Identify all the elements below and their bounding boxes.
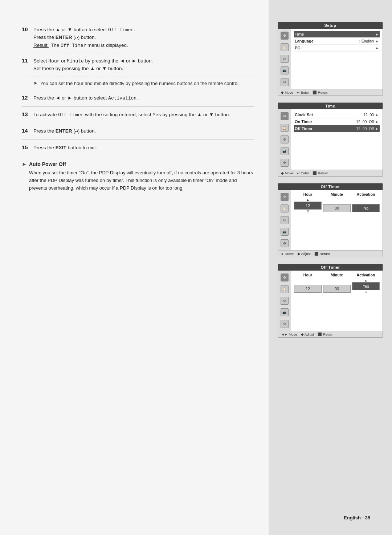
sidebar-icon-3: ⊙ <box>281 55 289 63</box>
time-panel: Time ⚙ 📋 ⊙ 📷 ⚙ Clock Set 12: 00 ► <box>278 102 383 177</box>
sidebar-icon-2: 📋 <box>281 43 289 51</box>
off-timer-2-header: Hour Minute Activation <box>294 273 380 277</box>
auto-power-section: ➤ Auto Power Off When you set the timer … <box>22 156 254 192</box>
ot2-activation-col: ▲ Yes ▽ <box>352 279 380 294</box>
off-timer-1-footer: ► Move ◆ Adjust ⬛ Return <box>278 250 383 257</box>
setup-row-language: Language : English ► <box>294 38 380 45</box>
step-11-row: 11 Select Hour or Minute by pressing the… <box>22 53 254 77</box>
ot2-footer-adjust: ◆ Adjust <box>301 332 314 336</box>
ot1-hour-label: Hour <box>294 192 322 196</box>
step-11-text2: Set these by pressing the ▲ or ▼ button. <box>33 65 254 72</box>
ot2-hour-col: 12 <box>294 280 322 293</box>
setup-footer-return: ⬛ Return <box>313 90 328 94</box>
time-offtimer-value: 12: 00 Off <box>356 126 374 131</box>
ot2-activation-label: Activation <box>352 273 380 277</box>
step-10-text1: Press the ▲ or ▼ button to select Off Ti… <box>33 26 254 34</box>
step-15-row: 15 Press the EXIT button to exit. <box>22 140 254 156</box>
ot1-sidebar-icon-3: ⊙ <box>281 216 289 224</box>
ot2-activation-up-arrow: ▲ <box>352 279 380 282</box>
time-footer-enter: ↵ Enter <box>297 171 309 175</box>
setup-panel: Setup ⚙ 📋 ⊙ 📷 ⚙ Time ► Language : <box>278 22 383 96</box>
page-footer: English - 35 <box>344 515 370 520</box>
off-timer-1-main: Hour Minute Activation ▲ 12 ▽ 00 <box>291 190 383 250</box>
setup-body: ⚙ 📋 ⊙ 📷 ⚙ Time ► Language : English ► <box>278 29 383 89</box>
setup-pc-label: PC <box>295 46 374 50</box>
off-timer-1-body: ⚙ 📋 ⊙ 📷 ⚙ Hour Minute Activation ▲ <box>278 190 383 250</box>
time-row-clockset: Clock Set 12: 00 ► <box>294 112 380 118</box>
step-10-text2: Press the ENTER (↵) button. <box>33 34 254 41</box>
step-14-number: 14 <box>22 127 33 134</box>
sidebar-icon-1: ⚙ <box>281 32 289 40</box>
ot2-hour-label: Hour <box>294 273 322 277</box>
auto-power-title-row: ➤ Auto Power Off <box>22 161 254 167</box>
ot1-hour-up-arrow: ▲ <box>294 198 322 202</box>
step-12-content: Press the ◄ or ► button to select Activa… <box>33 94 254 102</box>
time-sidebar: ⚙ 📋 ⊙ 📷 ⚙ <box>278 109 291 170</box>
step-12-text1: Press the ◄ or ► button to select Activa… <box>33 94 254 102</box>
off-timer-2-values: 12 00 ▲ Yes ▽ <box>294 279 380 294</box>
step-12-row: 12 Press the ◄ or ► button to select Act… <box>22 90 254 107</box>
ot1-footer-adjust: ◆ Adjust <box>297 252 311 256</box>
ot1-minute-box: 00 <box>323 204 351 212</box>
ot1-minute-col: 00 <box>323 199 351 212</box>
ot2-minute-box: 00 <box>323 285 351 293</box>
time-sidebar-icon-4: 📷 <box>281 147 289 155</box>
step-14-content: Press the ENTER (↵) button. <box>33 127 254 135</box>
ot2-footer-move: ◄► Move <box>281 332 297 336</box>
time-ontimer-value: 12: 00 Off <box>356 119 374 124</box>
left-content: 10 Press the ▲ or ▼ button to select Off… <box>0 0 269 535</box>
setup-title-bar: Setup <box>278 22 383 29</box>
off-timer-2-title-bar: Off Timer <box>278 264 383 271</box>
setup-pc-arrow: ► <box>375 46 379 50</box>
step-11-content: Select Hour or Minute by pressing the ◄ … <box>33 57 254 72</box>
ot2-activation-down-arrow: ▽ <box>352 290 380 294</box>
ot1-sidebar-icon-2: 📋 <box>281 204 289 212</box>
ot2-sidebar-icon-4: 📷 <box>281 308 289 316</box>
off-timer-2-main: Hour Minute Activation 12 00 <box>291 271 383 331</box>
setup-row-time: Time ► <box>294 31 380 38</box>
sidebar-icon-5: ⚙ <box>281 78 289 86</box>
note-arrow-icon: ➤ <box>33 80 37 86</box>
setup-time-label: Time <box>295 32 374 36</box>
time-ontimer-label: On Timer <box>295 119 356 124</box>
right-panel: Setup ⚙ 📋 ⊙ 📷 ⚙ Time ► Language : <box>269 0 392 535</box>
time-title-bar: Time <box>278 103 383 109</box>
ot1-activation-col: No <box>352 199 380 212</box>
off-timer-2-body: ⚙ 📋 ⊙ 📷 ⚙ Hour Minute Activation <box>278 271 383 331</box>
setup-language-arrow: ► <box>375 39 379 43</box>
time-clockset-label: Clock Set <box>295 113 363 117</box>
ot2-sidebar-icon-2: 📋 <box>281 285 289 293</box>
auto-power-body: When you set the timer "On", the PDP Dis… <box>22 169 254 192</box>
step-11-note-text: You can set the hour and minute directly… <box>40 80 240 87</box>
time-footer-move: ◆ Move <box>281 171 293 175</box>
time-clockset-value: 12: 00 <box>363 113 374 117</box>
off-timer-1-title-bar: Off Timer <box>278 183 383 190</box>
off-timer-1-header: Hour Minute Activation <box>294 192 380 196</box>
setup-row-pc: PC ► <box>294 45 380 52</box>
off-timer-panel-2: Off Timer ⚙ 📋 ⊙ 📷 ⚙ Hour Minute Activati… <box>278 264 383 338</box>
ot2-minute-col: 00 <box>323 280 351 293</box>
time-sidebar-icon-1: ⚙ <box>281 112 289 120</box>
ot2-footer-return: ⬛ Return <box>318 332 333 336</box>
step-13-content: To activate Off Timer with the setting e… <box>33 111 254 119</box>
setup-footer-move: ◆ Move <box>281 90 293 94</box>
time-main: Clock Set 12: 00 ► On Timer 12: 00 Off ►… <box>291 109 383 170</box>
time-body: ⚙ 📋 ⊙ 📷 ⚙ Clock Set 12: 00 ► On Timer 12… <box>278 109 383 170</box>
step-10-content: Press the ▲ or ▼ button to select Off Ti… <box>33 26 254 48</box>
time-row-offtimer: Off Timer 12: 00 Off ► <box>294 125 380 132</box>
setup-language-value: : English <box>359 39 374 43</box>
ot1-minute-label: Minute <box>323 192 351 196</box>
step-14-row: 14 Press the ENTER (↵) button. <box>22 123 254 140</box>
setup-footer: ◆ Move ↵ Enter ⬛ Return <box>278 89 383 96</box>
ot1-footer-move: ► Move <box>281 252 294 256</box>
auto-power-title-text: Auto Power Off <box>29 161 66 167</box>
off-timer-1-sidebar: ⚙ 📋 ⊙ 📷 ⚙ <box>278 190 291 250</box>
step-11-number: 11 <box>22 57 33 64</box>
step-15-number: 15 <box>22 144 33 150</box>
setup-time-arrow: ► <box>375 32 379 36</box>
ot2-hour-box: 12 <box>294 285 322 293</box>
time-sidebar-icon-5: ⚙ <box>281 159 289 167</box>
ot2-sidebar-icon-5: ⚙ <box>281 320 289 328</box>
step-10-row: 10 Press the ▲ or ▼ button to select Off… <box>22 22 254 53</box>
ot1-footer-return: ⬛ Return <box>314 252 330 256</box>
